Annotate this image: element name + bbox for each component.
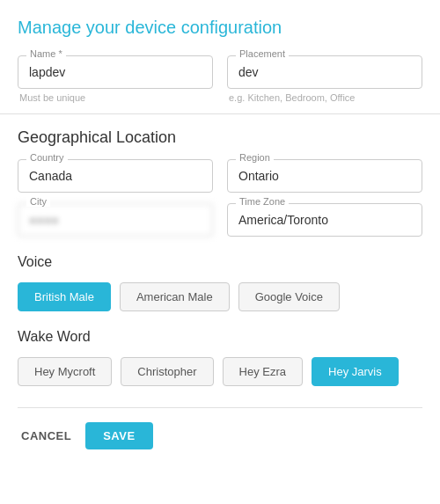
city-group: City	[18, 203, 213, 237]
country-label: Country	[26, 152, 68, 163]
geo-title: Geographical Location	[18, 128, 422, 147]
footer: CANCEL SAVE	[18, 407, 422, 449]
region-group: Region	[227, 159, 422, 193]
voice-google-voice[interactable]: Google Voice	[238, 282, 340, 311]
timezone-group: Time Zone	[227, 203, 422, 237]
placement-input[interactable]	[227, 55, 422, 89]
divider	[0, 113, 440, 114]
page-title: Manage your device configuration	[18, 18, 422, 38]
timezone-input[interactable]	[227, 203, 422, 237]
placement-hint: e.g. Kitchen, Bedroom, Office	[227, 92, 422, 103]
wakeword-options: Hey Mycroft Christopher Hey Ezra Hey Jar…	[18, 357, 422, 386]
wakeword-hey-mycroft[interactable]: Hey Mycroft	[18, 357, 112, 386]
save-button[interactable]: SAVE	[85, 422, 152, 449]
name-group: Name * Must be unique	[18, 55, 213, 103]
voice-american-male[interactable]: American Male	[120, 282, 230, 311]
wakeword-hey-ezra[interactable]: Hey Ezra	[223, 357, 303, 386]
city-label: City	[26, 196, 50, 207]
name-label: Name *	[26, 48, 66, 59]
cancel-button[interactable]: CANCEL	[18, 422, 75, 449]
page-container: Manage your device configuration Name * …	[0, 0, 440, 467]
region-input[interactable]	[227, 159, 422, 193]
city-input[interactable]	[18, 203, 213, 237]
name-placement-row: Name * Must be unique Placement e.g. Kit…	[18, 55, 422, 103]
voice-british-male[interactable]: British Male	[18, 282, 111, 311]
name-input[interactable]	[18, 55, 213, 89]
country-group: Country	[18, 159, 213, 193]
country-input[interactable]	[18, 159, 213, 193]
wakeword-label: Wake Word	[18, 329, 422, 345]
timezone-label: Time Zone	[236, 196, 289, 207]
city-timezone-row: City Time Zone	[18, 203, 422, 237]
voice-options: British Male American Male Google Voice	[18, 282, 422, 311]
placement-label: Placement	[236, 48, 289, 59]
voice-label: Voice	[18, 254, 422, 270]
name-hint: Must be unique	[18, 92, 213, 103]
wakeword-hey-jarvis[interactable]: Hey Jarvis	[312, 357, 399, 386]
placement-group: Placement e.g. Kitchen, Bedroom, Office	[227, 55, 422, 103]
wakeword-christopher[interactable]: Christopher	[121, 357, 213, 386]
country-region-row: Country Region	[18, 159, 422, 193]
region-label: Region	[236, 152, 274, 163]
